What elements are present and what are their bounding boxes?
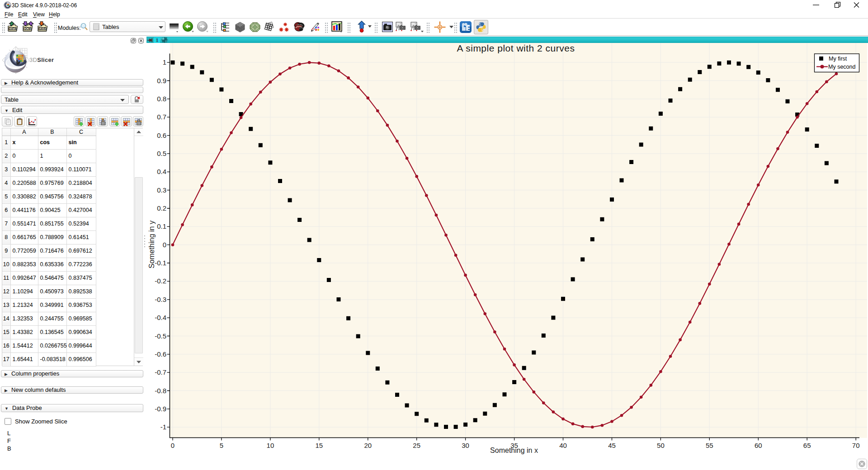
svg-text:0.9: 0.9: [157, 77, 166, 85]
svg-text:-0.6: -0.6: [155, 350, 166, 358]
svg-text:45: 45: [608, 442, 616, 449]
svg-text:SAVE: SAVE: [39, 27, 46, 31]
svg-text:25: 25: [413, 442, 420, 449]
svg-text:0.5: 0.5: [157, 150, 166, 157]
svg-text:-0.1: -0.1: [155, 259, 166, 267]
svg-text:5: 5: [220, 442, 223, 449]
svg-text:0.2: 0.2: [157, 204, 166, 212]
svg-text:0: 0: [163, 241, 166, 249]
svg-text:60: 60: [755, 442, 762, 449]
svg-text:-1: -1: [160, 423, 166, 431]
svg-text:40: 40: [559, 442, 567, 449]
svg-text:My first: My first: [829, 56, 847, 62]
svg-text:20: 20: [364, 442, 372, 449]
svg-text:50: 50: [657, 442, 665, 449]
svg-text:DATA: DATA: [9, 27, 16, 31]
svg-text:-0.9: -0.9: [155, 405, 166, 413]
svg-text:-0.3: -0.3: [155, 296, 166, 303]
svg-text:1: 1: [156, 37, 158, 43]
svg-text:Something in x: Something in x: [490, 446, 538, 454]
svg-text:55: 55: [706, 442, 713, 449]
svg-text:0.4: 0.4: [157, 168, 166, 175]
svg-text:30: 30: [462, 442, 469, 449]
svg-text:My second: My second: [828, 64, 855, 70]
svg-text:35: 35: [510, 442, 518, 449]
svg-text:0: 0: [171, 442, 175, 449]
svg-text:A simple plot with 2 curves: A simple plot with 2 curves: [457, 43, 575, 53]
svg-text:-0.5: -0.5: [155, 332, 166, 340]
svg-text:70: 70: [852, 442, 860, 449]
svg-text:-0.8: -0.8: [155, 387, 166, 395]
svg-text:0.1: 0.1: [157, 222, 166, 230]
svg-text:0.3: 0.3: [157, 186, 166, 194]
svg-text:-0.4: -0.4: [155, 314, 166, 321]
svg-text:15: 15: [315, 442, 323, 449]
svg-text:DCM: DCM: [24, 27, 31, 31]
svg-text:-0.7: -0.7: [155, 368, 166, 376]
svg-text:-0.2: -0.2: [155, 277, 166, 285]
svg-text:0.7: 0.7: [157, 113, 166, 121]
svg-text:10: 10: [267, 442, 274, 449]
svg-text:65: 65: [803, 442, 811, 449]
svg-text:1: 1: [163, 58, 166, 66]
svg-text:0.8: 0.8: [157, 95, 166, 103]
svg-text:0.6: 0.6: [157, 132, 166, 139]
svg-text:Something in y: Something in y: [148, 221, 156, 268]
